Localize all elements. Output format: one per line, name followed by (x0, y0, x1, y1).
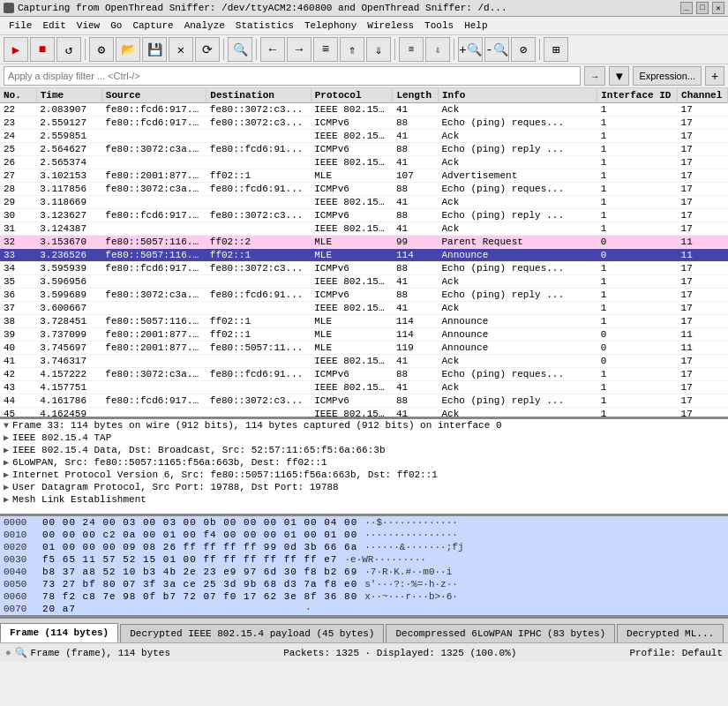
zoom-out-button[interactable]: -🔍 (484, 37, 509, 62)
go-first-button[interactable]: ⇑ (340, 37, 364, 62)
detail-item[interactable]: ▶IEEE 802.15.4 Data, Dst: Broadcast, Src… (0, 444, 728, 456)
menu-item-help[interactable]: Help (459, 19, 492, 33)
menu-item-wireless[interactable]: Wireless (362, 19, 419, 33)
auto-scroll-button[interactable]: ⇩ (425, 37, 450, 62)
close-button[interactable]: ✕ (712, 2, 724, 14)
table-row[interactable]: 353.596956IEEE 802.15.441Ack117 (0, 275, 728, 289)
reload-button[interactable]: ⟳ (195, 37, 220, 62)
filter-apply-button[interactable]: → (584, 66, 605, 86)
minimize-button[interactable]: _ (680, 2, 693, 14)
detail-item[interactable]: ▶6LoWPAN, Src: fe80::5057:1165:f56a:663b… (0, 456, 728, 469)
normal-size-button[interactable]: ⊘ (511, 37, 536, 62)
table-row[interactable]: 373.600667IEEE 802.15.441Ack117 (0, 302, 728, 315)
bottom-tab-0[interactable]: Frame (114 bytes) (0, 623, 118, 642)
start-capture-button[interactable]: ▶ (4, 37, 28, 62)
col-channel[interactable]: Channel (678, 88, 728, 103)
table-row[interactable]: 293.118669IEEE 802.15.441Ack117 (0, 196, 728, 209)
table-row[interactable]: 413.746317IEEE 802.15.441Ack017 (0, 355, 728, 368)
cell-time: 3.746317 (36, 355, 101, 368)
close-capture-button[interactable]: ✕ (169, 37, 193, 62)
go-back-button[interactable]: ← (260, 37, 285, 62)
table-row[interactable]: 303.123627fe80::fcd6:917...fe80::3072:c3… (0, 209, 728, 222)
cell-no: 37 (0, 302, 36, 315)
cell-time: 2.083907 (36, 103, 101, 116)
detail-item[interactable]: ▶Internet Protocol Version 6, Src: fe80:… (0, 469, 728, 481)
cell-length: 41 (393, 222, 439, 236)
table-row[interactable]: 273.102153fe80::2001:877...ff02::1MLE107… (0, 169, 728, 183)
go-forward-button[interactable]: → (287, 37, 311, 62)
bottom-tab-2[interactable]: Decompressed 6LoWPAN IPHC (83 bytes) (386, 624, 615, 642)
cell-interface_id: 1 (597, 368, 678, 381)
table-row[interactable]: 283.117856fe80::3072:c3a...fe80::fcd6:91… (0, 183, 728, 196)
table-row[interactable]: 383.728451fe80::5057:116...ff02::1MLE114… (0, 315, 728, 328)
find-button[interactable]: 🔍 (228, 37, 252, 62)
table-row[interactable]: 424.157222fe80::3072:c3a...fe80::fcd6:91… (0, 368, 728, 381)
col-source[interactable]: Source (101, 88, 206, 103)
menu-item-go[interactable]: Go (105, 19, 127, 33)
detail-item[interactable]: ▶User Datagram Protocol, Src Port: 19788… (0, 481, 728, 493)
expression-button[interactable]: Expression... (633, 66, 702, 86)
menu-item-view[interactable]: View (71, 19, 105, 33)
save-button[interactable]: 💾 (142, 37, 167, 62)
go-last-button[interactable]: ⇓ (366, 37, 391, 62)
detail-item[interactable]: ▼Frame 33: 114 bytes on wire (912 bits),… (0, 419, 728, 432)
col-no[interactable]: No. (0, 88, 36, 103)
cell-destination: fe80::3072:c3... (206, 262, 311, 275)
col-protocol[interactable]: Protocol (311, 88, 393, 103)
capture-options-button[interactable]: ⚙ (89, 37, 114, 62)
table-row[interactable]: 333.236526fe80::5057:116...ff02::1MLE114… (0, 249, 728, 262)
cell-destination (206, 381, 311, 394)
detail-item[interactable]: ▶Mesh Link Establishment (0, 493, 728, 506)
table-row[interactable]: 222.083907fe80::fcd6:917...fe80::3072:c3… (0, 103, 728, 116)
col-interface-id[interactable]: Interface ID (597, 88, 678, 103)
bottom-tab-1[interactable]: Decrypted IEEE 802.15.4 payload (45 byte… (120, 624, 384, 642)
table-row[interactable]: 313.124387IEEE 802.15.441Ack117 (0, 222, 728, 236)
cell-source (101, 130, 206, 143)
menu-item-analyze[interactable]: Analyze (179, 19, 230, 33)
filter-dropdown-button[interactable]: ▼ (609, 66, 629, 86)
cell-interface_id: 1 (597, 262, 678, 275)
table-row[interactable]: 262.565374IEEE 802.15.441Ack117 (0, 156, 728, 169)
table-row[interactable]: 323.153670fe80::5057:116...ff02::2MLE99P… (0, 236, 728, 249)
stop-capture-button[interactable]: ■ (30, 37, 55, 62)
zoom-in-button[interactable]: +🔍 (458, 37, 483, 62)
table-row[interactable]: 242.559851IEEE 802.15.441Ack117 (0, 130, 728, 143)
table-row[interactable]: 232.559127fe80::fcd6:917...fe80::3072:c3… (0, 116, 728, 130)
menu-item-file[interactable]: File (4, 19, 37, 33)
cell-interface_id: 0 (597, 342, 678, 355)
menu-item-telephony[interactable]: Telephony (299, 19, 362, 33)
colorize-button[interactable]: ≡ (399, 37, 424, 62)
bottom-tab-3[interactable]: Decrypted ML... (617, 624, 724, 642)
table-row[interactable]: 363.599689fe80::3072:c3a...fe80::fcd6:91… (0, 289, 728, 302)
menu-item-tools[interactable]: Tools (419, 19, 459, 33)
table-row[interactable]: 343.595939fe80::fcd6:917...fe80::3072:c3… (0, 262, 728, 275)
table-row[interactable]: 403.745697fe80::2001:877...fe80::5057:11… (0, 342, 728, 355)
col-destination[interactable]: Destination (206, 88, 311, 103)
detail-item[interactable]: ▶IEEE 802.15.4 TAP (0, 432, 728, 444)
open-file-button[interactable]: 📂 (116, 37, 140, 62)
cell-length: 41 (393, 408, 439, 420)
col-info[interactable]: Info (438, 88, 597, 103)
table-row[interactable]: 454.162459IEEE 802.15.441Ack117 (0, 408, 728, 420)
add-filter-button[interactable]: + (705, 66, 724, 86)
cell-time: 3.118669 (36, 196, 101, 209)
maximize-button[interactable]: □ (696, 2, 709, 14)
go-to-packet-button[interactable]: ≡ (313, 37, 338, 62)
cell-interface_id: 1 (597, 408, 678, 420)
cell-source (101, 222, 206, 236)
cell-source (101, 408, 206, 420)
table-row[interactable]: 252.564627fe80::3072:c3a...fe80::fcd6:91… (0, 143, 728, 156)
filter-input[interactable] (4, 66, 581, 86)
menu-item-edit[interactable]: Edit (37, 19, 71, 33)
cell-destination: ff02::1 (206, 169, 311, 183)
table-row[interactable]: 434.157751IEEE 802.15.441Ack117 (0, 381, 728, 394)
restart-button[interactable]: ↺ (56, 37, 81, 62)
col-length[interactable]: Length (393, 88, 439, 103)
menu-item-capture[interactable]: Capture (127, 19, 178, 33)
col-time[interactable]: Time (36, 88, 101, 103)
table-row[interactable]: 393.737099fe80::2001:877...ff02::1MLE114… (0, 328, 728, 342)
resize-columns-button[interactable]: ⊞ (544, 37, 568, 62)
table-row[interactable]: 444.161786fe80::fcd6:917...fe80::3072:c3… (0, 394, 728, 408)
menu-item-statistics[interactable]: Statistics (230, 19, 299, 33)
expand-icon: ▶ (4, 432, 9, 443)
